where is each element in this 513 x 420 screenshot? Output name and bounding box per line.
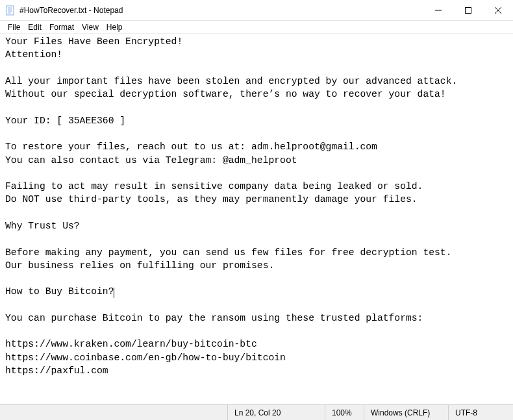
svg-rect-7	[466, 7, 471, 13]
status-line-ending: Windows (CRLF)	[364, 405, 448, 420]
window-title: #HowToRecover.txt - Notepad	[19, 6, 423, 15]
status-encoding: UTF-8	[448, 405, 513, 420]
menu-file[interactable]: File	[4, 22, 24, 32]
status-position: Ln 20, Col 20	[227, 405, 325, 420]
editor-text-before: Your Files Have Been Encrypted! Attentio…	[5, 36, 457, 297]
maximize-button[interactable]	[453, 0, 483, 20]
menu-view[interactable]: View	[78, 22, 103, 32]
editor-text-after: You can purchase Bitcoin to pay the rans…	[5, 313, 423, 376]
status-zoom: 100%	[325, 405, 364, 420]
menubar: File Edit Format View Help	[0, 21, 513, 34]
notepad-icon	[5, 5, 16, 16]
window-controls	[423, 0, 513, 20]
statusbar: Ln 20, Col 20 100% Windows (CRLF) UTF-8	[0, 404, 513, 420]
text-editor[interactable]: Your Files Have Been Encrypted! Attentio…	[0, 34, 513, 404]
minimize-button[interactable]	[423, 0, 453, 20]
menu-format[interactable]: Format	[45, 22, 78, 32]
menu-help[interactable]: Help	[103, 22, 127, 32]
close-button[interactable]	[483, 0, 513, 20]
text-cursor	[114, 288, 114, 298]
status-spacer	[0, 405, 227, 420]
titlebar: #HowToRecover.txt - Notepad	[0, 0, 513, 21]
menu-edit[interactable]: Edit	[24, 22, 45, 32]
